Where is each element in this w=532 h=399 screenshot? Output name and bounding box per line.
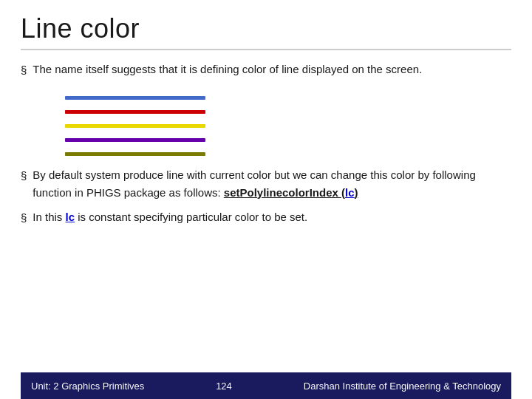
- bullet3-prefix: In this: [33, 211, 65, 223]
- lc-link: lc: [345, 186, 355, 199]
- footer-institute: Darshan Institute of Engineering & Techn…: [304, 381, 501, 392]
- bullet2-function: setPolylinecolorIndex (lc): [224, 186, 358, 199]
- page-title: Line color: [21, 13, 511, 44]
- page: Line color § The name itself suggests th…: [0, 0, 532, 399]
- footer: Unit: 2 Graphics Primitives 124 Darshan …: [21, 372, 511, 399]
- color-line-red: [65, 110, 205, 114]
- bullet-text-1: The name itself suggests that it is defi…: [33, 61, 511, 78]
- bullet3-lc: lc: [66, 211, 75, 223]
- title-divider: [21, 49, 511, 50]
- bullet-symbol-1: §: [21, 61, 27, 78]
- content-area: § The name itself suggests that it is de…: [21, 61, 511, 372]
- bullet-item-3: § In this lc is constant specifying part…: [21, 208, 511, 226]
- bullet-symbol-3: §: [21, 209, 27, 226]
- color-line-blue: [65, 96, 205, 100]
- bullet-item-2: § By default system produce line with cu…: [21, 166, 511, 201]
- color-lines-container: [65, 96, 511, 156]
- footer-unit: Unit: 2 Graphics Primitives: [31, 381, 144, 392]
- bullet-item-1: § The name itself suggests that it is de…: [21, 61, 511, 78]
- color-line-purple: [65, 138, 205, 142]
- color-line-yellow: [65, 124, 205, 128]
- footer-page-number: 124: [216, 381, 232, 392]
- color-line-olive: [65, 152, 205, 156]
- bullet-text-3: In this lc is constant specifying partic…: [33, 208, 511, 225]
- bullet3-suffix: is constant specifying particular color …: [75, 211, 307, 223]
- bullet-symbol-2: §: [21, 167, 27, 184]
- bullet-text-2: By default system produce line with curr…: [33, 166, 511, 201]
